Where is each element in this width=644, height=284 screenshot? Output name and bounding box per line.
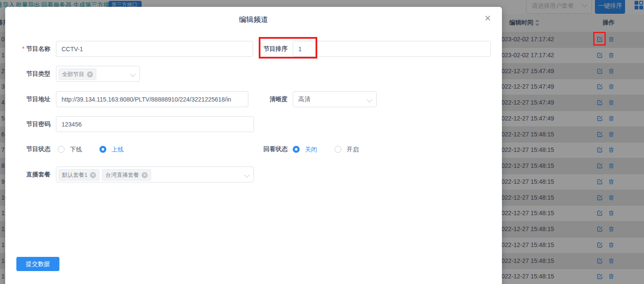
playback-status-label: 回看状态 <box>263 145 288 152</box>
radio-online-label[interactable]: 上线 <box>111 146 124 153</box>
tag-all-programs: 全部节目 <box>59 68 96 80</box>
radio-offline-label[interactable]: 下线 <box>70 146 82 153</box>
playback-status-label-wrap: 回看状态 <box>243 144 288 154</box>
chevron-down-icon <box>130 71 136 77</box>
submit-button[interactable]: 提交数据 <box>16 257 59 271</box>
playback-status-group: 关闭 开启 <box>293 144 359 154</box>
tag-taiwan-package: 台湾直播套餐 <box>102 169 151 181</box>
program-name-input[interactable] <box>56 41 253 57</box>
annotation-box-sort-field <box>259 37 317 59</box>
program-type-label: 节目类型 <box>5 66 50 82</box>
tag-label: 台湾直播套餐 <box>105 171 139 179</box>
live-package-select[interactable]: 默认套餐1 台湾直播套餐 <box>56 167 254 182</box>
tag-close-icon[interactable] <box>142 172 148 178</box>
live-package-label: 直播套餐 <box>5 167 50 182</box>
clarity-label: 清晰度 <box>251 91 288 107</box>
radio-open[interactable] <box>334 146 341 153</box>
program-url-input[interactable] <box>56 91 248 107</box>
radio-close[interactable] <box>293 146 300 153</box>
radio-open-label[interactable]: 开启 <box>347 146 359 153</box>
radio-close-label[interactable]: 关闭 <box>305 146 317 153</box>
program-type-select[interactable]: 全部节目 <box>56 66 140 82</box>
radio-offline[interactable] <box>58 146 65 153</box>
edit-channel-modal: 编辑频道 节目名称 节目排序 节目类型 全部节目 节目地址 清晰度 高清 节目密… <box>5 7 502 284</box>
program-password-label: 节目密码 <box>5 116 50 132</box>
tag-close-icon[interactable] <box>87 71 93 77</box>
program-url-label: 节目地址 <box>5 91 50 107</box>
clarity-value: 高清 <box>298 96 310 103</box>
radio-online[interactable] <box>99 146 106 153</box>
modal-title: 编辑频道 <box>5 15 502 25</box>
program-status-group: 下线 上线 <box>58 144 124 154</box>
chevron-down-icon <box>367 97 372 102</box>
tag-close-icon[interactable] <box>90 172 96 178</box>
chevron-down-icon <box>244 172 250 178</box>
clarity-select[interactable]: 高清 <box>293 91 377 107</box>
program-name-label: 节目名称 <box>5 41 50 57</box>
program-status-label: 节目状态 <box>26 145 50 152</box>
program-status-label-wrap: 节目状态 <box>5 144 50 154</box>
tag-label: 默认套餐1 <box>62 171 87 179</box>
annotation-box-edit-icon <box>593 32 606 46</box>
program-password-input[interactable] <box>56 116 254 132</box>
tag-label: 全部节目 <box>62 71 84 78</box>
program-sort-input[interactable] <box>293 41 491 57</box>
tag-default-package: 默认套餐1 <box>59 169 99 181</box>
close-icon[interactable] <box>483 14 492 23</box>
